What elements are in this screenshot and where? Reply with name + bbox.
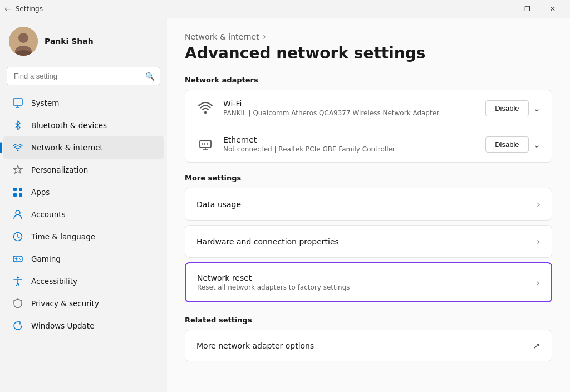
- data-usage-item[interactable]: Data usage ›: [185, 188, 552, 220]
- nav-item-gaming[interactable]: Gaming: [3, 248, 164, 270]
- title-bar: ← Settings — ❐ ✕: [0, 0, 570, 18]
- nav-item-accessibility[interactable]: Accessibility: [3, 270, 164, 292]
- nav-item-network[interactable]: Network & internet: [3, 136, 164, 159]
- svg-rect-8: [13, 188, 17, 191]
- svg-rect-9: [19, 188, 22, 191]
- network-reset-subtitle: Reset all network adapters to factory se…: [197, 283, 536, 291]
- sidebar: Panki Shah 🔍 System Blu: [0, 18, 167, 392]
- wifi-icon: [196, 99, 214, 117]
- svg-rect-21: [200, 140, 211, 148]
- user-name: Panki Shah: [45, 37, 94, 46]
- svg-point-20: [204, 111, 207, 114]
- minimize-button[interactable]: —: [489, 0, 514, 18]
- apps-icon: [12, 187, 23, 198]
- svg-rect-10: [13, 193, 17, 197]
- search-input[interactable]: [7, 67, 160, 85]
- nav-label-system: System: [31, 99, 59, 107]
- nav-label-bluetooth: Bluetooth & devices: [31, 121, 107, 130]
- network-reset-chevron: ›: [536, 277, 540, 288]
- ethernet-icon: [196, 135, 214, 153]
- data-usage-label: Data usage: [196, 200, 537, 209]
- wifi-adapter-item[interactable]: Wi-Fi PANKIL | Qualcomm Atheros QCA9377 …: [185, 90, 552, 126]
- nav-label-accounts: Accounts: [31, 210, 66, 219]
- data-usage-text: Data usage: [196, 200, 537, 209]
- nav-item-privacy[interactable]: Privacy & security: [3, 292, 164, 315]
- close-button[interactable]: ✕: [540, 0, 566, 18]
- back-icon[interactable]: ←: [4, 4, 11, 13]
- nav-label-time: Time & language: [31, 232, 95, 241]
- svg-point-18: [20, 259, 21, 260]
- svg-point-17: [19, 258, 20, 259]
- maximize-button[interactable]: ❐: [514, 0, 540, 18]
- more-adapter-options-item[interactable]: More network adapter options ➚: [185, 330, 552, 361]
- external-link-icon: ➚: [533, 340, 540, 351]
- breadcrumb: Network & internet ›: [185, 31, 552, 42]
- nav-item-apps[interactable]: Apps: [3, 181, 164, 203]
- nav-item-time[interactable]: Time & language: [3, 226, 164, 248]
- wifi-name: Wi-Fi: [223, 99, 485, 108]
- wifi-detail: PANKIL | Qualcomm Atheros QCA9377 Wirele…: [223, 109, 485, 117]
- hardware-text: Hardware and connection properties: [196, 237, 537, 246]
- breadcrumb-link[interactable]: Network & internet: [185, 32, 259, 41]
- ethernet-adapter-item[interactable]: Ethernet Not connected | Realtek PCIe GB…: [185, 126, 552, 162]
- wifi-actions: Disable ⌄: [485, 100, 540, 116]
- ethernet-name: Ethernet: [223, 135, 485, 144]
- hardware-properties-item[interactable]: Hardware and connection properties ›: [185, 225, 552, 258]
- adapters-card-group: Wi-Fi PANKIL | Qualcomm Atheros QCA9377 …: [185, 90, 552, 163]
- svg-point-7: [17, 150, 19, 151]
- wifi-expand-icon[interactable]: ⌄: [533, 103, 540, 114]
- nav-label-privacy: Privacy & security: [31, 299, 99, 308]
- hardware-chevron: ›: [537, 236, 540, 247]
- search-box: 🔍: [7, 67, 160, 85]
- nav-label-network: Network & internet: [31, 143, 103, 152]
- ethernet-detail: Not connected | Realtek PCIe GBE Family …: [223, 145, 485, 153]
- update-icon: [12, 320, 23, 331]
- ethernet-actions: Disable ⌄: [485, 136, 540, 153]
- nav-label-accessibility: Accessibility: [31, 277, 77, 286]
- nav-item-update[interactable]: Windows Update: [3, 315, 164, 337]
- nav-label-apps: Apps: [31, 188, 50, 197]
- nav-item-system[interactable]: System: [3, 92, 164, 114]
- hardware-label: Hardware and connection properties: [196, 237, 537, 246]
- app-body: Panki Shah 🔍 System Blu: [0, 18, 570, 392]
- app-title: Settings: [16, 5, 43, 13]
- accounts-icon: [12, 209, 23, 220]
- window-controls: — ❐ ✕: [489, 0, 566, 18]
- network-reset-label: Network reset: [197, 273, 536, 282]
- data-usage-chevron: ›: [537, 198, 540, 210]
- personalization-icon: [12, 164, 23, 175]
- ethernet-expand-icon[interactable]: ⌄: [533, 139, 540, 150]
- adapter-options-label: More network adapter options: [196, 341, 533, 350]
- time-icon: [12, 231, 23, 242]
- search-icon: 🔍: [145, 72, 155, 81]
- gaming-icon: [12, 253, 23, 264]
- system-icon: [12, 97, 23, 109]
- ethernet-disable-button[interactable]: Disable: [485, 136, 528, 153]
- nav-label-gaming: Gaming: [31, 254, 61, 263]
- main-content: Network & internet › Advanced network se…: [167, 18, 570, 392]
- svg-point-19: [17, 277, 19, 279]
- nav-item-personalization[interactable]: Personalization: [3, 159, 164, 181]
- svg-rect-4: [13, 99, 22, 105]
- privacy-icon: [12, 298, 23, 309]
- network-icon: [12, 142, 23, 153]
- nav-item-bluetooth[interactable]: Bluetooth & devices: [3, 114, 164, 136]
- network-reset-text: Network reset Reset all network adapters…: [197, 273, 536, 291]
- page-title: Advanced network settings: [185, 44, 552, 62]
- svg-point-12: [16, 210, 20, 215]
- nav-label-personalization: Personalization: [31, 165, 88, 174]
- wifi-text: Wi-Fi PANKIL | Qualcomm Atheros QCA9377 …: [223, 99, 485, 117]
- user-profile[interactable]: Panki Shah: [0, 18, 167, 65]
- adapters-section-title: Network adapters: [185, 76, 552, 84]
- wifi-disable-button[interactable]: Disable: [485, 100, 528, 116]
- ethernet-text: Ethernet Not connected | Realtek PCIe GB…: [223, 135, 485, 153]
- network-reset-item[interactable]: Network reset Reset all network adapters…: [185, 262, 552, 302]
- more-settings-title: More settings: [185, 174, 552, 182]
- nav-label-update: Windows Update: [31, 321, 94, 330]
- bluetooth-icon: [12, 120, 23, 131]
- accessibility-icon: [12, 276, 23, 287]
- nav-item-accounts[interactable]: Accounts: [3, 203, 164, 226]
- related-section: Related settings More network adapter op…: [185, 316, 552, 361]
- svg-point-1: [18, 33, 28, 43]
- avatar: [9, 27, 38, 56]
